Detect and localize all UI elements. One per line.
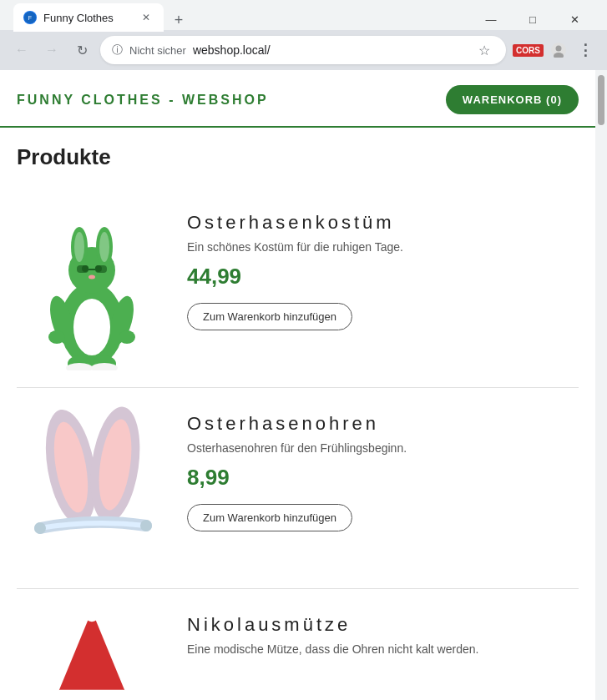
products-title: Produkte: [17, 144, 579, 170]
add-to-cart-ohren[interactable]: Zum Warenkorb hinzufügen: [187, 504, 352, 531]
product-details-ohren: Osterhasenohren Osterhasenohren für den …: [187, 405, 579, 531]
svg-point-10: [74, 232, 84, 262]
lock-icon: ⓘ: [112, 43, 123, 58]
minimize-button[interactable]: —: [472, 7, 510, 32]
page-content: FUNNY CLOTHES - WEBSHOP WARENKORB (0) Pr…: [0, 70, 595, 700]
svg-point-34: [85, 607, 99, 622]
product-price-kostum: 44,99: [187, 264, 579, 290]
bookmark-button[interactable]: ☆: [474, 40, 494, 60]
forward-button[interactable]: →: [40, 38, 63, 62]
product-item: Osterhasenkostüm Ein schönes Kostüm für …: [17, 187, 579, 388]
product-item-ohren: Osterhasenohren Osterhasenohren für den …: [17, 388, 579, 589]
menu-button[interactable]: ⋮: [574, 38, 597, 62]
tab-favicon: F: [23, 11, 37, 24]
content-area: FUNNY CLOTHES - WEBSHOP WARENKORB (0) Pr…: [0, 70, 607, 700]
title-bar: F Funny Clothes ✕ + — □ ✕: [0, 0, 607, 30]
ohren-image-svg: [25, 405, 159, 572]
scrollbar[interactable]: [595, 70, 607, 700]
svg-rect-15: [95, 265, 107, 273]
close-button[interactable]: ✕: [555, 7, 594, 32]
product-description-kostum: Ein schönes Kostüm für die ruhigen Tage.: [187, 240, 579, 254]
svg-rect-33: [54, 690, 129, 700]
tab-title: Funny Clothes: [43, 12, 132, 24]
product-description-ohren: Osterhasenohren für den Frühlingsbeginn.: [187, 441, 579, 455]
svg-point-11: [99, 232, 109, 262]
back-button[interactable]: ←: [10, 38, 33, 62]
product-image-nikolaus: [17, 606, 167, 700]
browser-chrome: F Funny Clothes ✕ + — □ ✕ ← → ↻ ⓘ Nicht …: [0, 0, 607, 70]
window-controls: — □ ✕: [472, 7, 594, 32]
svg-point-17: [89, 275, 95, 279]
add-to-cart-kostum[interactable]: Zum Warenkorb hinzufügen: [187, 303, 352, 330]
address-bar: ← → ↻ ⓘ Nicht sicher webshop.local/ ☆ CO…: [0, 30, 607, 70]
url-text: webshop.local/: [193, 43, 271, 57]
svg-point-3: [556, 46, 562, 52]
products-section: Produkte: [0, 128, 595, 700]
nikolaus-image-svg: [25, 606, 159, 700]
svg-point-20: [48, 330, 65, 344]
scrollbar-track: [597, 72, 605, 700]
product-details-nikolaus: Nikolausmütze Eine modische Mütze, dass …: [187, 606, 579, 666]
not-secure-label: Nicht sicher: [129, 44, 186, 57]
cors-badge: CORS: [513, 44, 544, 57]
maximize-button[interactable]: □: [513, 7, 552, 32]
svg-marker-32: [57, 611, 127, 696]
browser-actions: CORS ⋮: [513, 38, 597, 62]
cart-button[interactable]: WARENKORB (0): [446, 85, 579, 114]
svg-point-31: [140, 520, 152, 531]
new-tab-button[interactable]: +: [167, 8, 190, 32]
site-logo: FUNNY CLOTHES - WEBSHOP: [17, 93, 269, 108]
url-bar[interactable]: ⓘ Nicht sicher webshop.local/ ☆: [100, 36, 506, 64]
product-image-kostum: [17, 204, 167, 370]
product-item-nikolaus: Nikolausmütze Eine modische Mütze, dass …: [17, 589, 579, 700]
product-name-ohren: Osterhasenohren: [187, 413, 579, 435]
tab-close-button[interactable]: ✕: [139, 10, 154, 25]
product-description-nikolaus: Eine modische Mütze, dass die Ohren nich…: [187, 642, 579, 656]
kostum-image-svg: [25, 204, 159, 370]
reload-button[interactable]: ↻: [70, 38, 94, 62]
site-header: FUNNY CLOTHES - WEBSHOP WARENKORB (0): [0, 70, 595, 128]
product-name-kostum: Osterhasenkostüm: [187, 212, 579, 234]
svg-point-6: [73, 299, 110, 355]
svg-rect-14: [77, 265, 89, 273]
profile-button[interactable]: [547, 38, 570, 62]
svg-text:F: F: [28, 15, 32, 21]
product-price-ohren: 8,99: [187, 465, 579, 491]
scrollbar-thumb[interactable]: [598, 75, 604, 125]
product-details-kostum: Osterhasenkostüm Ein schönes Kostüm für …: [187, 204, 579, 330]
svg-point-21: [119, 330, 135, 344]
active-tab[interactable]: F Funny Clothes ✕: [13, 3, 164, 32]
product-name-nikolaus: Nikolausmütze: [187, 614, 579, 636]
product-image-ohren: [17, 405, 167, 572]
svg-point-30: [34, 522, 46, 534]
